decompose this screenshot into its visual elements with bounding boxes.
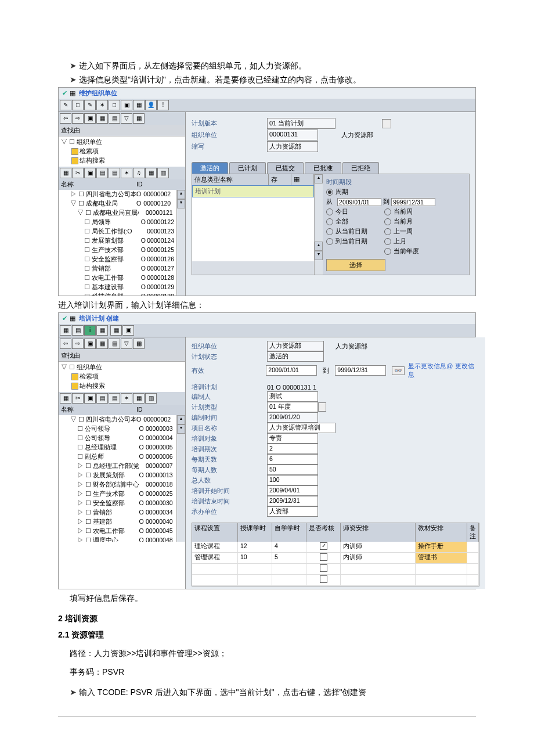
tool-btn[interactable]: ✶ xyxy=(121,393,132,404)
select-button[interactable]: 选择 xyxy=(326,259,385,271)
radio-all[interactable] xyxy=(326,218,333,225)
tool-btn[interactable]: ✎ xyxy=(84,100,96,110)
tool-btn[interactable]: 👤 xyxy=(145,100,157,110)
ppl-field[interactable]: 50 xyxy=(267,465,318,475)
dropdown-icon[interactable] xyxy=(318,402,326,412)
scrollbar[interactable]: ▴▾ xyxy=(176,415,185,542)
tool-btn[interactable]: ▦ xyxy=(133,393,145,404)
proj-name-field[interactable]: 人力资源管理培训 xyxy=(267,423,335,433)
back-icon[interactable]: ⇦ xyxy=(60,339,71,349)
tree-node[interactable]: ▽ ☐ 组织单位 xyxy=(59,363,185,372)
tool-btn[interactable]: ▥ xyxy=(157,168,169,178)
tree-row[interactable]: ☐ 农电工作部O00000128 xyxy=(59,273,176,283)
days-field[interactable]: 6 xyxy=(267,454,318,465)
tool-btn[interactable]: ▣ xyxy=(84,393,96,404)
glasses-icon[interactable]: 👓 xyxy=(392,366,405,375)
tab-planned[interactable]: 已计划 xyxy=(229,162,266,174)
to-date[interactable]: 9999/12/31 xyxy=(391,198,435,206)
tool-btn[interactable]: ▦ xyxy=(133,100,145,110)
tree-row[interactable]: ▷ ☐ 安全监察部O00000030 xyxy=(59,499,176,508)
dropdown-icon[interactable] xyxy=(382,119,391,128)
nav-btn[interactable]: ▦ xyxy=(96,339,108,349)
nav-btn[interactable]: ▦ xyxy=(133,113,145,124)
plan-version-field[interactable]: 01 当前计划 xyxy=(267,118,335,129)
tool-btn[interactable]: ✎ xyxy=(60,100,71,110)
nav-btn[interactable]: ▤ xyxy=(109,113,120,124)
tool-btn[interactable]: ▤ xyxy=(109,393,120,404)
tree-node[interactable]: 结构搜索 xyxy=(59,381,185,391)
nav-btn[interactable]: ▣ xyxy=(84,339,96,349)
tree-node[interactable]: 结构搜索 xyxy=(59,156,185,165)
abbr-field[interactable]: 人力资源部 xyxy=(267,141,318,152)
org-unit-field[interactable]: 人力资源部 xyxy=(267,341,324,351)
more-info-link[interactable]: 显示更改信息@ 更改信息 xyxy=(408,362,479,379)
total-field[interactable]: 100 xyxy=(267,475,318,485)
nav-btn[interactable]: ▦ xyxy=(96,113,108,124)
tab-active[interactable]: 激活的 xyxy=(192,162,228,174)
tree-row[interactable]: ▽ ☐ 成都电业局直属机O00000121 xyxy=(59,208,176,218)
tool-btn[interactable]: ▦ xyxy=(96,325,108,336)
radio-lastmonth[interactable] xyxy=(384,238,391,245)
tree-row[interactable]: ▽ ☐ 成都电业局O00000120 xyxy=(59,199,176,208)
start-field[interactable]: 2009/04/01 xyxy=(267,485,318,496)
radio-curyear[interactable] xyxy=(384,248,391,255)
tool-btn[interactable]: □ xyxy=(109,100,120,110)
tool-btn[interactable]: ▣ xyxy=(121,100,132,110)
eff-from-field[interactable]: 2009/01/01 xyxy=(266,365,317,376)
tree-node[interactable]: 检索项 xyxy=(59,147,185,156)
radio-fromcur[interactable] xyxy=(326,228,333,235)
tool-btn[interactable]: ✶ xyxy=(96,100,108,110)
tool-btn[interactable]: ▣ xyxy=(84,168,96,178)
from-date[interactable]: 2009/01/01 xyxy=(337,198,381,206)
tree-row[interactable]: ▷ ☐ 财务部(结算中心)O00000018 xyxy=(59,480,176,489)
org-unit-field[interactable]: 00000131 xyxy=(267,129,318,141)
tree-row[interactable]: ▷ ☐ 四川省电力公司本部O00000002 xyxy=(59,190,176,199)
fwd-icon[interactable]: ⇨ xyxy=(72,339,84,349)
tree-row[interactable]: ☐ 局领导O00000122 xyxy=(59,218,176,227)
tool-btn[interactable]: ▥ xyxy=(145,393,157,404)
plan-type-field[interactable]: 01 年度 xyxy=(267,402,318,412)
tree-row[interactable]: ☐ 营销部O00000127 xyxy=(59,264,176,273)
tree-row[interactable]: ▷ ☐ 总经理工作部(党3O00000007 xyxy=(59,462,176,471)
table-row[interactable]: 理论课程124内训师操作手册 xyxy=(192,542,479,553)
radio-lastweek[interactable] xyxy=(384,228,391,235)
tree-row[interactable]: ☐ 公司领导O00000003 xyxy=(59,424,176,434)
tree-row[interactable]: ☐ 公司领导O00000004 xyxy=(59,434,176,443)
tree-row[interactable]: ☐ 安全监察部O00000126 xyxy=(59,255,176,264)
tree-row[interactable]: ▷ ☐ 营销部O00000034 xyxy=(59,508,176,517)
tree-row[interactable]: ☐ 科技信息部O00000130 xyxy=(59,292,176,296)
tab-approved[interactable]: 已批准 xyxy=(305,162,341,174)
tree-row[interactable]: ▷ ☐ 发展策划部O00000013 xyxy=(59,471,176,480)
tree-row[interactable]: ▽ ☐ 四川省电力公司本部O00000002 xyxy=(59,415,176,424)
tree-row[interactable]: ☐ 生产技术部O00000125 xyxy=(59,246,176,255)
tool-btn[interactable]: ▤ xyxy=(72,325,84,336)
tool-btn[interactable]: ▦ xyxy=(60,393,71,404)
infotype-row-selected[interactable]: 培训计划 xyxy=(192,185,314,197)
scroll-down-icon[interactable]: ▾ xyxy=(177,199,185,208)
tab-rejected[interactable]: 已拒绝 xyxy=(342,162,379,174)
tool-btn[interactable]: ▤ xyxy=(109,168,120,178)
assess-checkbox[interactable] xyxy=(320,542,327,550)
target-field[interactable]: 专责 xyxy=(267,433,318,444)
maker-field[interactable]: 测试 xyxy=(267,391,318,402)
end-field[interactable]: 2009/12/31 xyxy=(267,496,318,506)
tool-btn[interactable]: ✂ xyxy=(72,393,84,404)
nav-btn[interactable]: ▤ xyxy=(109,339,120,349)
tree-row[interactable]: ☐ 局长工作部(:O00000123 xyxy=(59,227,176,236)
tree-row[interactable]: ▷ ☐ 基建部O00000040 xyxy=(59,517,176,527)
scrollbar[interactable]: ▴▾ xyxy=(176,190,185,296)
tool-btn[interactable]: ✂ xyxy=(72,168,84,178)
radio-curweek[interactable] xyxy=(384,208,391,215)
nav-btn[interactable]: ▽ xyxy=(121,113,132,124)
tool-btn[interactable]: ▤ xyxy=(96,393,108,404)
tree-node[interactable]: ▽ ☐ 组织单位 xyxy=(59,138,185,147)
radio-period[interactable] xyxy=(326,189,333,196)
tool-btn[interactable]: i xyxy=(84,325,96,336)
tool-btn[interactable]: ▦ xyxy=(60,168,71,178)
tool-btn[interactable]: ! xyxy=(157,100,169,110)
scroll-up-icon[interactable]: ▴ xyxy=(177,190,185,199)
tree-row[interactable]: ▷ ☐ 生产技术部O00000025 xyxy=(59,489,176,499)
tool-btn[interactable]: ▣ xyxy=(122,325,134,336)
period-count-field[interactable]: 2 xyxy=(267,444,318,454)
back-icon[interactable]: ⇦ xyxy=(60,113,71,124)
